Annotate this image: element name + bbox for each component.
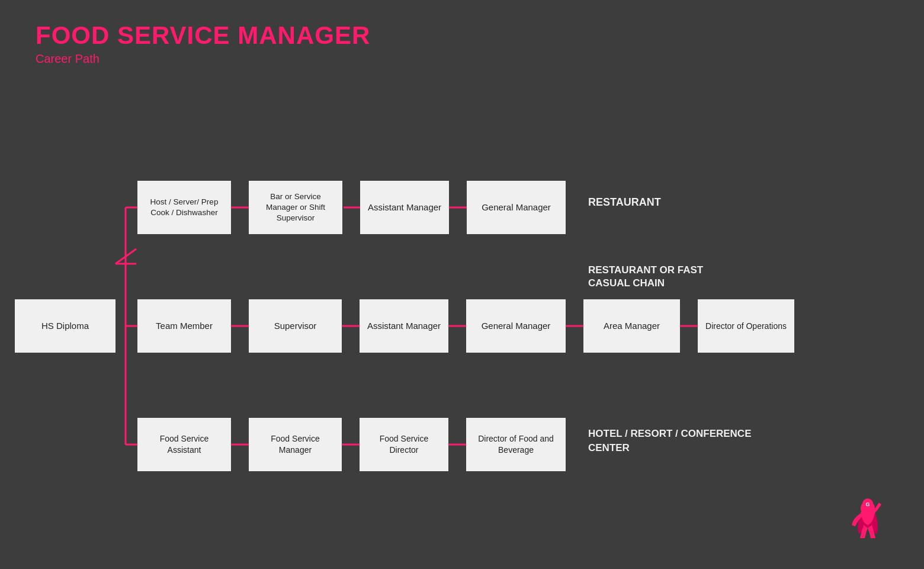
page-title: FOOD SERVICE MANAGER <box>36 21 888 50</box>
box-host-server: Host / Server/ Prep Cook / Dishwasher <box>137 181 231 234</box>
box-area-manager: Area Manager <box>583 299 680 353</box>
label-restaurant-chain: RESTAURANT OR FAST CASUAL CHAIN <box>588 264 742 290</box>
svg-text:G: G <box>865 501 870 507</box>
box-food-service-manager: Food Service Manager <box>249 418 342 471</box>
box-general-manager-top: General Manager <box>467 181 566 234</box>
box-hs-diploma: HS Diploma <box>15 299 116 353</box>
page-header: FOOD SERVICE MANAGER Career Path <box>0 0 924 72</box>
box-director-food-beverage: Director of Food and Beverage <box>466 418 566 471</box>
label-hotel: HOTEL / RESORT / CONFERENCE CENTER <box>588 427 760 455</box>
svg-line-0 <box>116 249 136 264</box>
box-team-member: Team Member <box>137 299 231 353</box>
box-food-service-assistant: Food Service Assistant <box>137 418 231 471</box>
diagram-area: HS Diploma Host / Server/ Prep Cook / Di… <box>0 89 924 569</box>
logo-area: G <box>847 496 888 545</box>
box-general-manager-mid: General Manager <box>466 299 566 353</box>
box-director-operations: Director of Operations <box>698 299 794 353</box>
box-food-service-director: Food Service Director <box>360 418 448 471</box>
box-bar-service: Bar or Service Manager or Shift Supervis… <box>249 181 342 234</box>
superhero-logo: G <box>847 496 888 543</box>
box-assistant-manager-top: Assistant Manager <box>360 181 449 234</box>
box-assistant-manager-mid: Assistant Manager <box>360 299 448 353</box>
box-supervisor: Supervisor <box>249 299 342 353</box>
page-subtitle: Career Path <box>36 52 888 66</box>
label-restaurant: RESTAURANT <box>588 196 661 209</box>
